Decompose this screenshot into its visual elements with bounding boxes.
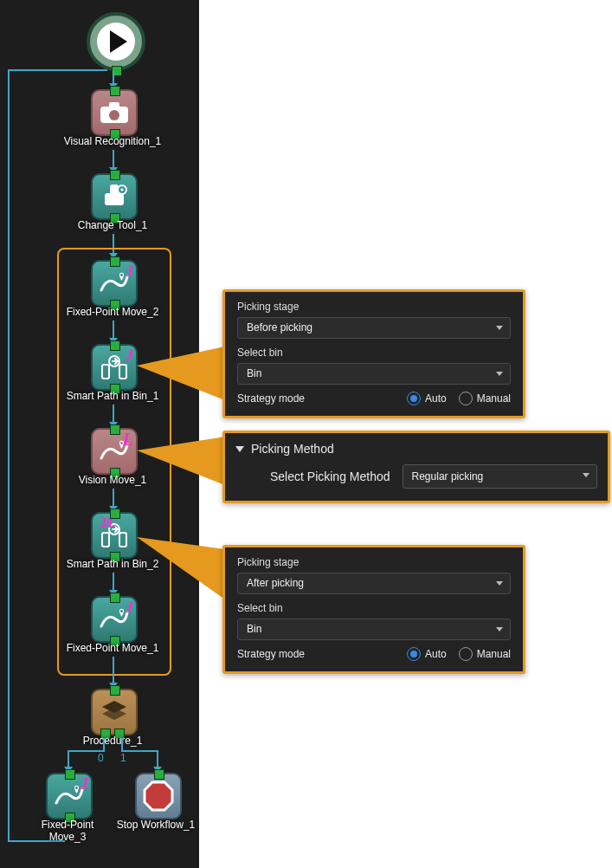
node-procedure[interactable] xyxy=(91,689,138,735)
chevron-down-icon xyxy=(496,372,503,376)
picking-stage-select[interactable]: Before picking xyxy=(237,317,511,339)
picking-method-select[interactable]: Regular picking xyxy=(403,464,597,489)
select-bin-label: Select bin xyxy=(237,347,511,359)
camera-icon xyxy=(100,101,129,124)
chevron-down-icon xyxy=(496,627,503,632)
strategy-radio-manual[interactable]: Manual xyxy=(459,647,511,661)
loop-edge-vertical xyxy=(8,69,10,842)
svg-rect-3 xyxy=(105,193,124,205)
node-smart-path-1[interactable]: J xyxy=(91,344,138,391)
select-bin-select[interactable]: Bin xyxy=(237,363,511,385)
svg-point-2 xyxy=(109,110,119,120)
node-fixed-point-move-3[interactable]: J xyxy=(46,773,93,819)
panel-smart-path-2: Picking stage After picking Select bin B… xyxy=(222,545,525,674)
node-label: Fixed-Point Move_3 xyxy=(24,819,111,843)
node-smart-path-2[interactable]: J/L xyxy=(91,512,138,559)
node-tag: J xyxy=(126,599,133,617)
svg-point-7 xyxy=(120,274,123,276)
callout-pointer xyxy=(137,437,232,492)
picking-stage-value: Before picking xyxy=(247,321,312,334)
svg-marker-20 xyxy=(137,537,225,599)
picking-method-value: Regular picking xyxy=(412,470,484,483)
start-node[interactable] xyxy=(87,12,145,71)
select-bin-label: Select bin xyxy=(237,602,511,614)
node-fixed-point-move-1[interactable]: J xyxy=(91,596,138,643)
node-vision-move[interactable]: L xyxy=(91,428,138,475)
svg-point-16 xyxy=(75,787,78,789)
node-fixed-point-move-2[interactable]: J xyxy=(91,260,138,307)
branch-index-1: 1 xyxy=(118,752,129,764)
stop-icon xyxy=(142,780,175,813)
node-stop-workflow[interactable] xyxy=(135,773,182,819)
svg-rect-1 xyxy=(109,102,119,108)
robot-gear-icon xyxy=(100,183,129,211)
svg-marker-17 xyxy=(145,782,172,810)
node-tag: J xyxy=(81,775,88,794)
chevron-down-icon xyxy=(496,326,503,330)
node-label: Fixed-Point Move_2 xyxy=(48,306,177,318)
node-tag: J xyxy=(126,262,133,281)
select-bin-value: Bin xyxy=(247,623,261,635)
strategy-radio-manual[interactable]: Manual xyxy=(459,392,511,405)
node-label: Change Tool_1 xyxy=(48,219,177,231)
callout-pointer xyxy=(137,347,232,416)
picking-stage-value: After picking xyxy=(247,577,304,589)
node-tag: J xyxy=(126,347,133,365)
strategy-radio-auto[interactable]: Auto xyxy=(407,392,447,405)
svg-rect-13 xyxy=(119,533,126,547)
picking-stage-label: Picking stage xyxy=(237,301,511,313)
svg-marker-18 xyxy=(137,347,225,400)
callout-pointer xyxy=(137,525,232,603)
layers-icon xyxy=(100,699,128,725)
picking-stage-label: Picking stage xyxy=(237,556,511,568)
svg-marker-19 xyxy=(137,437,225,485)
branch-index-0: 0 xyxy=(95,752,106,764)
picking-method-label: Select Picking Method xyxy=(270,470,390,483)
chevron-down-icon xyxy=(583,473,589,477)
node-label: Procedure_1 xyxy=(48,735,177,747)
chevron-down-icon xyxy=(496,581,503,586)
node-label: Visual Recognition_1 xyxy=(48,135,177,147)
svg-rect-12 xyxy=(102,533,109,547)
strategy-radio-auto[interactable]: Auto xyxy=(407,647,447,661)
play-icon xyxy=(110,30,127,53)
diagram-canvas: Visual Recognition_1 Change Tool_1 J Fix… xyxy=(0,0,612,868)
node-change-tool[interactable] xyxy=(91,173,138,220)
node-label: Fixed-Point Move_1 xyxy=(48,642,177,654)
svg-point-6 xyxy=(121,189,124,191)
strategy-mode-label: Strategy mode xyxy=(237,648,305,660)
picking-stage-select[interactable]: After picking xyxy=(237,573,511,594)
svg-rect-8 xyxy=(102,365,109,379)
panel-picking-method: Picking Method Select Picking Method Reg… xyxy=(222,431,610,503)
select-bin-select[interactable]: Bin xyxy=(237,619,511,640)
section-title: Picking Method xyxy=(251,442,334,456)
node-tag: L xyxy=(123,430,133,450)
node-visual-recognition[interactable] xyxy=(91,89,138,136)
svg-rect-9 xyxy=(119,365,126,379)
collapse-triangle-icon[interactable] xyxy=(235,446,244,452)
strategy-mode-label: Strategy mode xyxy=(237,392,305,405)
panel-smart-path-1: Picking stage Before picking Select bin … xyxy=(222,289,525,418)
svg-point-15 xyxy=(120,610,123,612)
node-label: Stop Workflow_1 xyxy=(113,819,199,831)
select-bin-value: Bin xyxy=(247,367,261,379)
